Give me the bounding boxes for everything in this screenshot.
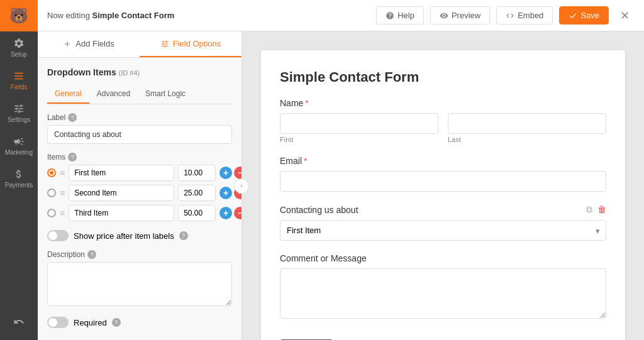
name-last-label: Last <box>448 136 606 143</box>
show-price-toggle[interactable] <box>47 230 69 241</box>
left-panel: Add Fields Field Options Dropdown Items … <box>38 31 242 340</box>
form-preview-title: Simple Contact Form <box>280 69 606 85</box>
items-help-icon[interactable]: ? <box>68 153 77 162</box>
name-first-label: First <box>280 136 438 143</box>
form-name: Simple Contact Form <box>92 11 175 20</box>
email-input[interactable] <box>280 171 606 192</box>
dollar-icon <box>13 168 25 180</box>
sidebar-item-fields[interactable]: Fields <box>0 64 38 97</box>
megaphone-icon <box>13 136 25 147</box>
list-item: ≡ + − <box>47 185 232 201</box>
tab-field-options-label: Field Options <box>173 39 221 48</box>
section-title: Dropdown Items (ID #4) <box>47 67 232 77</box>
preview-field-comment: Comment or Message <box>280 253 606 321</box>
show-price-help-icon[interactable]: ? <box>179 231 188 240</box>
item-radio-2[interactable] <box>47 189 56 197</box>
name-first-input[interactable] <box>280 113 438 134</box>
item-actions-1: + − <box>219 167 242 179</box>
save-label: Save <box>580 11 599 20</box>
field-options-content: Dropdown Items (ID #4) General Advanced … <box>38 58 242 340</box>
sidebar-item-marketing[interactable]: Marketing <box>0 129 38 162</box>
name-required-star: * <box>305 98 308 108</box>
label-help-icon[interactable]: ? <box>68 113 77 122</box>
item-price-input-3[interactable] <box>178 205 216 221</box>
name-first-group: First <box>280 113 438 143</box>
label-group: Label ? <box>47 113 232 144</box>
field-options-icon <box>160 40 169 48</box>
logo-icon: 🐻 <box>9 7 28 25</box>
help-icon <box>386 11 394 20</box>
item-add-button-1[interactable]: + <box>219 167 232 179</box>
sidebar-item-payments[interactable]: Payments <box>0 162 38 195</box>
item-name-input-3[interactable] <box>69 205 174 221</box>
show-price-label: Show price after item labels <box>74 231 174 241</box>
item-radio-3[interactable] <box>47 209 56 217</box>
item-remove-button-1[interactable]: − <box>234 167 242 179</box>
item-price-input-2[interactable] <box>178 185 216 201</box>
item-drag-1[interactable]: ≡ <box>60 168 65 178</box>
sidebar-item-undo[interactable] <box>0 310 38 334</box>
item-add-button-3[interactable]: + <box>219 207 232 219</box>
tab-add-fields[interactable]: Add Fields <box>38 31 140 57</box>
preview-field-contacting: Contacting us about ⧉ 🗑 First Item Secon… <box>280 204 606 241</box>
comment-textarea[interactable] <box>280 268 606 319</box>
item-drag-2[interactable]: ≡ <box>60 188 65 198</box>
close-button[interactable]: ✕ <box>615 6 635 25</box>
item-drag-3[interactable]: ≡ <box>60 208 65 218</box>
preview-label: Preview <box>452 11 480 20</box>
name-last-input[interactable] <box>448 113 606 134</box>
required-toggle-row: Required ? <box>47 317 232 328</box>
right-panel: Simple Contact Form Name * First Last <box>242 31 644 340</box>
gear-icon <box>13 38 25 49</box>
required-toggle[interactable] <box>47 317 69 328</box>
description-help-icon[interactable]: ? <box>87 250 96 259</box>
item-actions-3: + − <box>219 207 242 219</box>
help-button[interactable]: Help <box>376 6 424 25</box>
sidebar-item-settings-label: Settings <box>8 116 30 123</box>
preview-button[interactable]: Preview <box>430 6 490 25</box>
undo-icon <box>13 316 25 327</box>
label-field-label: Label ? <box>47 113 232 122</box>
help-label: Help <box>397 11 414 20</box>
topbar: Now editing Simple Contact Form Help Pre… <box>38 0 644 31</box>
checkmark-icon <box>569 11 577 20</box>
embed-label: Embed <box>518 11 543 20</box>
sidebar-item-fields-label: Fields <box>11 84 28 90</box>
embed-button[interactable]: Embed <box>496 6 553 25</box>
required-help-icon[interactable]: ? <box>112 318 121 327</box>
save-button[interactable]: Save <box>559 6 609 25</box>
description-label: Description ? <box>47 250 232 259</box>
item-name-input-1[interactable] <box>69 165 174 181</box>
item-radio-1[interactable] <box>47 168 56 177</box>
contacting-select[interactable]: First Item Second Item Third Item <box>280 220 606 241</box>
panel-tabs: Add Fields Field Options <box>38 31 242 58</box>
copy-field-icon[interactable]: ⧉ <box>586 204 592 215</box>
preview-field-name: Name * First Last <box>280 98 606 143</box>
label-input[interactable] <box>47 125 232 144</box>
tab-add-fields-label: Add Fields <box>75 39 114 48</box>
sidebar: 🐻 Setup Fields Settings Marketing Paymen… <box>0 0 38 340</box>
tab-field-options[interactable]: Field Options <box>140 31 242 57</box>
item-name-input-2[interactable] <box>69 185 174 201</box>
sidebar-item-setup-label: Setup <box>11 51 27 58</box>
name-input-row: First Last <box>280 113 606 143</box>
panel-collapse-button[interactable]: ‹ <box>234 178 249 194</box>
sub-tab-advanced[interactable]: Advanced <box>89 85 138 104</box>
item-remove-button-3[interactable]: − <box>234 207 242 219</box>
editing-prefix: Now editing <box>47 11 90 20</box>
add-fields-icon <box>63 40 72 48</box>
form-preview: Simple Contact Form Name * First Last <box>261 50 625 340</box>
sub-tab-general[interactable]: General <box>47 85 89 104</box>
required-label: Required <box>74 318 107 327</box>
description-group: Description ? <box>47 250 232 308</box>
delete-field-icon[interactable]: 🗑 <box>597 204 606 215</box>
description-textarea[interactable] <box>47 262 232 306</box>
item-price-input-1[interactable] <box>178 165 216 181</box>
sidebar-item-settings[interactable]: Settings <box>0 97 38 129</box>
sub-tab-smart-logic[interactable]: Smart Logic <box>138 85 193 104</box>
email-required-star: * <box>304 156 307 166</box>
sidebar-item-setup[interactable]: Setup <box>0 31 38 64</box>
sidebar-item-marketing-label: Marketing <box>5 149 33 156</box>
item-add-button-2[interactable]: + <box>219 187 232 199</box>
contacting-select-wrap: First Item Second Item Third Item <box>280 220 606 241</box>
